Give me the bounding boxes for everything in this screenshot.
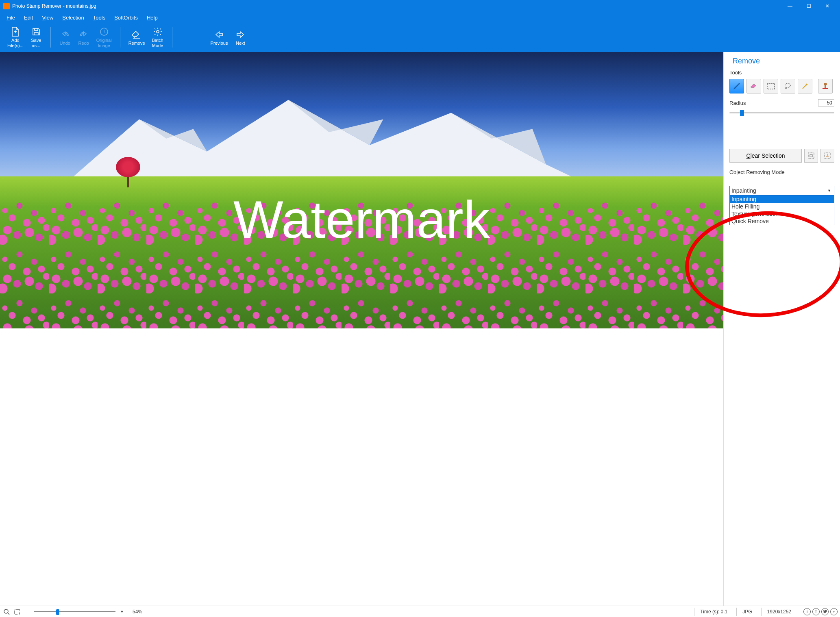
svg-point-10: [824, 83, 827, 85]
chevron-down-icon: ▼: [826, 189, 832, 193]
option-inpainting[interactable]: Inpainting: [730, 196, 834, 203]
svg-rect-14: [15, 609, 20, 614]
tree-graphic: [116, 157, 140, 185]
zoom-reset-button[interactable]: [2, 608, 11, 616]
undo-button: Undo: [57, 28, 74, 48]
toolbar-separator: [50, 27, 51, 48]
radius-slider[interactable]: [729, 109, 834, 116]
twitter-icon[interactable]: [821, 608, 829, 615]
remove-button[interactable]: Remove: [126, 28, 148, 48]
arrow-left-icon: [214, 29, 224, 40]
option-texture-generation[interactable]: Texture generation: [730, 210, 834, 217]
status-time: Time (s): 0.1: [694, 608, 733, 616]
info-icon[interactable]: i: [803, 608, 811, 615]
save-selection-icon: [807, 152, 815, 159]
svg-point-1: [157, 30, 159, 33]
object-removing-mode-dropdown: Inpainting Hole Filling Texture generati…: [729, 196, 834, 225]
right-panel: Remove Tools: [723, 52, 840, 606]
close-button[interactable]: ✕: [818, 0, 837, 12]
zoom-out-button[interactable]: —: [24, 608, 32, 616]
svg-rect-9: [825, 85, 826, 88]
svg-rect-11: [808, 153, 814, 159]
add-file-icon: [10, 26, 21, 37]
fit-screen-button[interactable]: [13, 608, 21, 616]
menu-view[interactable]: View: [38, 14, 57, 22]
titlebar: Photo Stamp Remover - mountains.jpg — ☐ …: [0, 0, 840, 12]
radius-input[interactable]: [818, 99, 834, 106]
next-button[interactable]: Next: [232, 28, 249, 48]
youtube-icon[interactable]: [830, 608, 838, 615]
menu-help[interactable]: Help: [143, 14, 162, 22]
status-dimensions: 1920x1252: [761, 608, 797, 616]
marker-icon: [732, 82, 741, 91]
menubar: File Edit View Selection Tools SoftOrbit…: [0, 12, 840, 23]
toolbar-separator: [120, 27, 120, 48]
eraser-icon: [131, 29, 142, 40]
load-selection-button[interactable]: [820, 149, 834, 163]
gear-icon: [152, 26, 163, 37]
toolbar: Add File(s)... Save as... Undo R: [0, 23, 840, 52]
object-removing-mode-select[interactable]: Inpainting ▼: [729, 186, 834, 196]
toolbar-separator: [172, 27, 172, 48]
fit-screen-icon: [14, 608, 20, 615]
save-selection-button[interactable]: [804, 149, 818, 163]
menu-edit[interactable]: Edit: [20, 14, 37, 22]
zoom-in-button[interactable]: +: [118, 608, 126, 616]
magic-wand-icon: [801, 82, 809, 90]
select-value: Inpainting: [731, 187, 826, 194]
statusbar: — + 54% Time (s): 0.1 JPG 1920x1252 i f: [0, 606, 840, 617]
load-selection-icon: [824, 152, 831, 159]
save-icon: [31, 26, 41, 37]
minimize-button[interactable]: —: [781, 0, 799, 12]
menu-selection[interactable]: Selection: [58, 14, 88, 22]
status-format: JPG: [736, 608, 757, 616]
redo-button: Redo: [75, 28, 92, 48]
maximize-button[interactable]: ☐: [799, 0, 818, 12]
canvas-area[interactable]: Watermark: [0, 52, 723, 606]
add-files-button[interactable]: Add File(s)...: [5, 25, 26, 50]
lasso-icon: [784, 82, 792, 90]
svg-rect-8: [823, 88, 828, 89]
rectangle-select-icon: [767, 83, 775, 89]
redo-icon: [78, 29, 89, 40]
watermark-text: Watermark: [233, 189, 490, 250]
object-removing-mode-label: Object Removing Mode: [729, 169, 834, 175]
eraser-icon: [749, 82, 758, 91]
window-title: Photo Stamp Remover - mountains.jpg: [12, 3, 781, 9]
radius-label: Radius: [729, 100, 746, 106]
svg-rect-6: [767, 83, 775, 89]
facebook-icon[interactable]: f: [812, 608, 820, 615]
magnifier-icon: [3, 608, 10, 615]
tool-eraser[interactable]: [746, 79, 761, 93]
batch-mode-button[interactable]: Batch Mode: [149, 25, 166, 50]
option-hole-filling[interactable]: Hole Filling: [730, 203, 834, 210]
tool-marker[interactable]: [729, 79, 744, 93]
tool-lasso[interactable]: [781, 79, 795, 93]
menu-file[interactable]: File: [2, 14, 19, 22]
menu-tools[interactable]: Tools: [89, 14, 109, 22]
arrow-right-icon: [235, 29, 246, 40]
history-icon: [99, 26, 109, 37]
tool-stamp[interactable]: [818, 79, 833, 93]
svg-point-7: [785, 87, 787, 89]
app-icon: [3, 3, 10, 9]
zoom-percent: 54%: [133, 609, 142, 615]
undo-icon: [60, 29, 70, 40]
clear-selection-button[interactable]: Clear Selection: [729, 149, 802, 163]
stamp-icon: [821, 82, 829, 90]
option-quick-remove[interactable]: Quick Remove: [730, 217, 834, 225]
tool-rectangle-select[interactable]: [764, 79, 778, 93]
previous-button[interactable]: Previous: [208, 28, 231, 48]
save-as-button[interactable]: Save as...: [28, 25, 45, 50]
menu-softorbits[interactable]: SoftOrbits: [110, 14, 142, 22]
image-preview: Watermark: [0, 52, 723, 328]
panel-title: Remove: [729, 57, 834, 65]
tools-label: Tools: [729, 70, 834, 76]
zoom-slider[interactable]: [34, 608, 115, 615]
original-image-button: Original Image: [94, 25, 114, 50]
svg-point-13: [4, 609, 8, 613]
tool-magic-wand[interactable]: [798, 79, 812, 93]
